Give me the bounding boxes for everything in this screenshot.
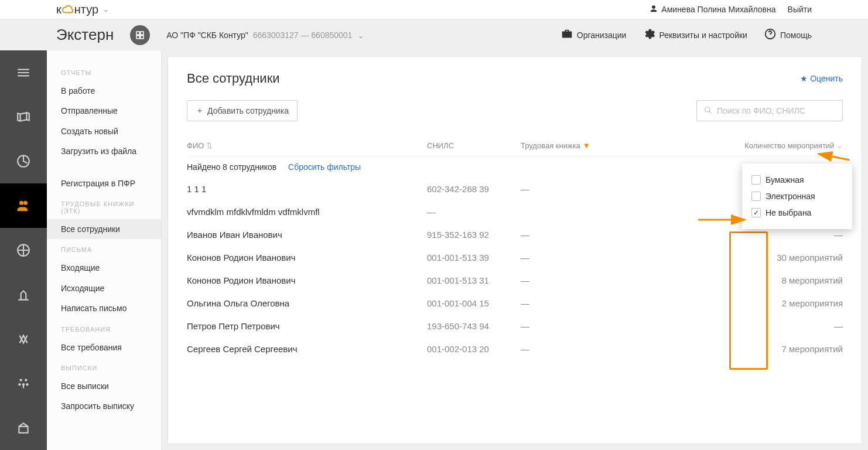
- sidebar-item-upload[interactable]: Загрузить из файла: [47, 141, 161, 161]
- gear-icon: [643, 28, 655, 42]
- cell-tk: —: [521, 230, 632, 240]
- user-menu[interactable]: Аминева Полина Михайловна: [650, 5, 775, 15]
- cell-cnt: —: [632, 230, 843, 240]
- user-icon: [650, 5, 658, 15]
- page-title: Все сотрудники: [187, 71, 280, 86]
- sidebar-item-all-req[interactable]: Все требования: [47, 338, 161, 357]
- search-box[interactable]: [696, 100, 843, 121]
- checkbox-icon: [751, 192, 761, 201]
- add-employee-button[interactable]: ＋ Добавить сотрудника: [187, 100, 298, 121]
- cell-fio: Кононов Родион Иванович: [187, 253, 427, 262]
- sidebar-item-all-ext[interactable]: Все выписки: [47, 376, 161, 396]
- cloud-icon: [61, 3, 74, 16]
- cell-snils: 915-352-163 92: [427, 230, 521, 240]
- section-req: ТРЕБОВАНИЯ: [47, 319, 161, 338]
- cell-cnt: 7 мероприятий: [632, 344, 843, 354]
- table-row[interactable]: Кононов Родион Иванович001-001-513 39—30…: [187, 246, 843, 269]
- sort-icon: ⇅: [206, 141, 213, 150]
- cell-cnt: 2 мероприятия: [632, 298, 843, 308]
- sidebar-item-compose[interactable]: Написать письмо: [47, 298, 161, 318]
- rail-item-6[interactable]: [0, 272, 47, 317]
- cell-fio: vfvmdklm mfdklvfmldm vdfmklvmfl: [187, 207, 427, 217]
- checkbox-checked-icon: ✓: [751, 208, 761, 217]
- table-row[interactable]: Ольгина Ольга Олеговна001-001-004 15—2 м…: [187, 292, 843, 315]
- filter-option-paper[interactable]: Бумажная: [751, 172, 843, 188]
- cell-snils: 001-002-013 20: [427, 344, 521, 354]
- cell-snils: 001-001-004 15: [427, 298, 521, 308]
- svg-point-11: [26, 383, 28, 386]
- sidebar-item-create[interactable]: Создать новый: [47, 121, 161, 141]
- table-row[interactable]: Петров Петр Петрович193-650-743 94——: [187, 315, 843, 338]
- briefcase-icon: [561, 28, 573, 42]
- sidebar: ОТЧЕТЫ В работе Отправленные Создать нов…: [47, 50, 162, 450]
- reset-filters-link[interactable]: Сбросить фильтры: [288, 162, 361, 172]
- rail-item-2[interactable]: [0, 95, 47, 139]
- cell-fio: Петров Петр Петрович: [187, 321, 427, 331]
- app-switcher-icon[interactable]: [130, 25, 150, 45]
- rail-item-1[interactable]: [0, 50, 47, 95]
- search-input[interactable]: [717, 106, 835, 115]
- col-snils[interactable]: СНИЛС: [427, 141, 521, 150]
- svg-point-9: [18, 383, 20, 386]
- table-row[interactable]: Кононов Родион Иванович001-001-513 31—8 …: [187, 269, 843, 292]
- section-reports: ОТЧЕТЫ: [47, 62, 161, 81]
- topbar: к нтур ⌄ Аминева Полина Михайловна Выйти: [0, 0, 868, 19]
- sidebar-item-sent[interactable]: Отправленные: [47, 101, 161, 121]
- rail-item-employees[interactable]: [0, 183, 47, 228]
- sidebar-item-outbox[interactable]: Исходящие: [47, 278, 161, 298]
- cell-tk: —: [521, 253, 632, 262]
- rail-item-5[interactable]: [0, 228, 47, 272]
- logout-link[interactable]: Выйти: [788, 5, 812, 14]
- cell-fio: Ольгина Ольга Олеговна: [187, 298, 427, 308]
- sidebar-item-pfr[interactable]: Регистрация в ПФР: [47, 173, 161, 193]
- sidebar-item-inbox[interactable]: Входящие: [47, 258, 161, 278]
- section-ext: ВЫПИСКИ: [47, 357, 161, 376]
- filter-icon: ▼: [583, 141, 590, 150]
- rate-link[interactable]: ★ Оценить: [800, 74, 843, 83]
- appbar: Экстерн АО "ПФ "СКБ Контур" 6663003127 —…: [0, 19, 868, 50]
- cell-snils: —: [427, 207, 521, 217]
- table-row[interactable]: Сергеев Сергей Сергеевич001-002-013 20—7…: [187, 338, 843, 360]
- checkbox-icon: [751, 175, 761, 185]
- main-card: Все сотрудники ★ Оценить ＋ Добавить сотр…: [168, 56, 862, 444]
- rail-item-3[interactable]: [0, 139, 47, 184]
- icon-rail: [0, 50, 47, 450]
- app-name: Экстерн: [56, 26, 114, 44]
- cell-tk: —: [521, 321, 632, 331]
- sidebar-item-inwork[interactable]: В работе: [47, 81, 161, 101]
- svg-rect-1: [141, 32, 143, 35]
- orgs-link[interactable]: Организации: [561, 28, 627, 42]
- help-icon: [764, 28, 777, 42]
- cell-fio: 1 1 1: [187, 184, 427, 194]
- search-icon: [704, 106, 712, 116]
- cell-tk: —: [521, 184, 632, 194]
- svg-rect-3: [141, 35, 143, 38]
- cell-tk: —: [521, 298, 632, 308]
- brand-text-pre: к: [56, 3, 61, 16]
- org-selector[interactable]: АО "ПФ "СКБ Контур" 6663003127 — 6608500…: [166, 30, 364, 40]
- settings-link[interactable]: Реквизиты и настройки: [643, 28, 747, 42]
- filter-option-notselected[interactable]: ✓Не выбрана: [751, 204, 843, 221]
- svg-point-12: [705, 107, 710, 111]
- filter-option-electronic[interactable]: Электронная: [751, 188, 843, 204]
- rail-item-8[interactable]: [0, 361, 47, 405]
- cell-fio: Кононов Родион Иванович: [187, 275, 427, 285]
- star-icon: ★: [800, 74, 808, 83]
- help-link[interactable]: Помощь: [764, 28, 812, 42]
- cell-snils: 001-001-513 31: [427, 275, 521, 285]
- section-letters: ПИСЬМА: [47, 239, 161, 258]
- col-fio[interactable]: ФИО⇅: [187, 141, 427, 150]
- col-tk[interactable]: Трудовая книжка▼: [521, 141, 632, 150]
- cell-snils: 001-001-513 39: [427, 253, 521, 262]
- rail-item-9[interactable]: [0, 405, 47, 450]
- cell-snils: 193-650-743 94: [427, 321, 521, 331]
- arrow-annotation-2: [695, 214, 748, 226]
- sidebar-item-req-ext[interactable]: Запросить выписку: [47, 396, 161, 416]
- col-cnt[interactable]: Количество мероприятий ⌄: [632, 141, 843, 150]
- cell-fio: Иванов Иван Иванович: [187, 230, 427, 240]
- sidebar-item-all-employees[interactable]: Все сотрудники: [47, 219, 161, 239]
- brand-logo[interactable]: к нтур ⌄: [56, 3, 109, 16]
- cell-snils: 602-342-268 39: [427, 184, 521, 194]
- rail-item-7[interactable]: [0, 317, 47, 362]
- brand-text-post: нтур: [74, 3, 98, 16]
